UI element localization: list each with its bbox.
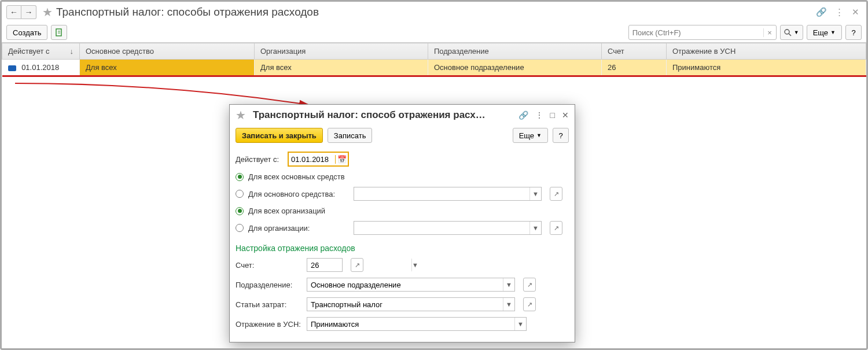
- document-icon: [8, 65, 16, 71]
- cell-asset: Для всех: [80, 60, 255, 76]
- svg-point-1: [785, 30, 789, 34]
- nav-back-button[interactable]: ←: [6, 5, 21, 19]
- radio-one-org[interactable]: [236, 224, 244, 232]
- radio-one-org-label: Для организации:: [248, 224, 349, 233]
- account-open-button[interactable]: ↗: [351, 258, 363, 272]
- unit-combo[interactable]: ▼: [307, 278, 515, 292]
- sort-indicator-icon: ↓: [70, 47, 74, 56]
- col-usn[interactable]: Отражение в УСН: [667, 43, 866, 60]
- cell-unit: Основное подразделение: [428, 60, 602, 76]
- col-date[interactable]: Действует с ↓: [2, 43, 80, 60]
- org-combo-input[interactable]: [354, 222, 529, 234]
- usn-dropdown-icon[interactable]: ▼: [514, 318, 526, 330]
- save-and-close-button[interactable]: Записать и закрыть: [236, 128, 323, 143]
- data-table: Действует с ↓ Основное средство Организа…: [2, 42, 866, 77]
- nav-forward-button[interactable]: →: [21, 5, 36, 19]
- create-button[interactable]: Создать: [6, 25, 47, 40]
- col-asset[interactable]: Основное средство: [80, 43, 255, 60]
- dialog-restore-icon[interactable]: □: [550, 110, 555, 120]
- dialog-kebab-icon[interactable]: ⋮: [535, 110, 543, 120]
- cost-combo[interactable]: ▼: [307, 297, 515, 311]
- asset-combo[interactable]: ▼: [354, 187, 542, 201]
- cell-org: Для всех: [255, 60, 428, 76]
- radio-all-orgs-label: Для всех организаций: [248, 207, 325, 215]
- account-label: Счет:: [236, 261, 302, 270]
- radio-all-orgs[interactable]: [236, 207, 244, 215]
- favorite-star-icon[interactable]: ★: [42, 5, 53, 19]
- asset-open-button[interactable]: ↗: [550, 187, 562, 201]
- date-input-wrap: 📅: [288, 152, 349, 167]
- close-icon[interactable]: ✕: [852, 7, 859, 17]
- unit-input[interactable]: [307, 278, 503, 291]
- cost-label: Статьи затрат:: [236, 300, 302, 309]
- account-combo[interactable]: ▼: [307, 258, 343, 272]
- org-combo[interactable]: ▼: [354, 221, 542, 235]
- cost-dropdown-icon[interactable]: ▼: [503, 298, 514, 311]
- radio-all-assets[interactable]: [236, 173, 244, 181]
- section-title: Настройка отражения расходов: [236, 238, 569, 255]
- cost-open-button[interactable]: ↗: [523, 297, 536, 311]
- toolbar: Создать × ▼ Еще ▼ ?: [2, 23, 866, 42]
- help-button[interactable]: ?: [845, 25, 862, 40]
- search-input-wrap: ×: [628, 25, 777, 40]
- more-label: Еще: [813, 28, 828, 37]
- page-title: Транспортный налог: способы отражения ра…: [56, 6, 319, 19]
- titlebar: ← → ★ Транспортный налог: способы отраже…: [2, 2, 866, 23]
- dialog-more-label: Еще: [519, 131, 534, 140]
- cell-account: 26: [602, 60, 667, 76]
- search-button[interactable]: ▼: [780, 25, 803, 40]
- search-input[interactable]: [629, 28, 763, 37]
- asset-combo-dropdown-icon[interactable]: ▼: [529, 187, 541, 200]
- more-button[interactable]: Еще ▼: [807, 25, 842, 40]
- svg-rect-0: [56, 29, 61, 36]
- usn-label: Отражение в УСН:: [236, 320, 302, 329]
- create-from-template-button[interactable]: [51, 25, 67, 40]
- calendar-icon[interactable]: 📅: [335, 155, 348, 164]
- radio-all-assets-label: Для всех основных средств: [248, 172, 345, 181]
- col-unit[interactable]: Подразделение: [428, 43, 602, 60]
- cost-input[interactable]: [307, 298, 503, 311]
- table-row[interactable]: 01.01.2018 Для всех Для всех Основное по…: [2, 60, 866, 76]
- unit-dropdown-icon[interactable]: ▼: [503, 278, 514, 291]
- org-open-button[interactable]: ↗: [550, 221, 562, 235]
- search-clear-button[interactable]: ×: [763, 28, 776, 37]
- dialog-link-icon[interactable]: 🔗: [518, 110, 528, 120]
- radio-one-asset-label: Для основного средства:: [248, 190, 349, 198]
- col-org[interactable]: Организация: [255, 43, 428, 60]
- unit-label: Подразделение:: [236, 281, 302, 289]
- asset-combo-input[interactable]: [354, 187, 529, 200]
- kebab-icon[interactable]: ⋮: [835, 7, 844, 17]
- save-button[interactable]: Записать: [328, 128, 373, 143]
- cell-date: 01.01.2018: [21, 63, 59, 72]
- dialog-help-button[interactable]: ?: [553, 128, 569, 143]
- dialog-close-icon[interactable]: ✕: [562, 110, 569, 120]
- dialog-favorite-star-icon[interactable]: ★: [236, 108, 246, 122]
- edit-dialog: ★ Транспортный налог: способ отражения р…: [229, 104, 575, 342]
- col-account[interactable]: Счет: [602, 43, 667, 60]
- usn-input[interactable]: [307, 318, 514, 330]
- date-input[interactable]: [289, 155, 335, 164]
- radio-one-asset[interactable]: [236, 190, 244, 198]
- org-combo-dropdown-icon[interactable]: ▼: [529, 222, 541, 234]
- usn-combo[interactable]: ▼: [307, 317, 527, 331]
- date-label: Действует с:: [236, 155, 283, 164]
- cell-usn: Принимаются: [667, 60, 866, 76]
- dialog-title: Транспортный налог: способ отражения рас…: [253, 109, 515, 121]
- dialog-more-button[interactable]: Еще ▼: [513, 128, 548, 143]
- link-icon[interactable]: 🔗: [816, 7, 827, 17]
- unit-open-button[interactable]: ↗: [523, 278, 536, 292]
- account-dropdown-icon[interactable]: ▼: [411, 259, 418, 271]
